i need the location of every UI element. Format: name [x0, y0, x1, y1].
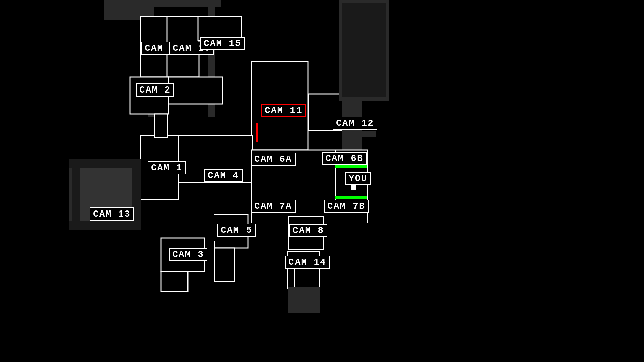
- cam13-label[interactable]: CAM 13: [90, 207, 134, 221]
- svg-rect-40: [335, 196, 367, 199]
- cam2-label[interactable]: CAM 2: [136, 83, 174, 97]
- cam11-label[interactable]: CAM 11: [261, 104, 306, 117]
- cam14-label[interactable]: CAM 14: [285, 256, 330, 269]
- svg-rect-28: [69, 159, 141, 168]
- svg-rect-29: [69, 221, 141, 230]
- svg-rect-36: [215, 248, 235, 282]
- floor-plan: [0, 0, 644, 362]
- svg-rect-41: [256, 123, 258, 142]
- svg-rect-34: [313, 268, 320, 288]
- cam5-label[interactable]: CAM 5: [217, 224, 256, 237]
- svg-rect-15: [342, 131, 376, 137]
- map-container: CAM 9 CAM 10 CAM 15 CAM 2 CAM 11 CAM 12 …: [0, 0, 644, 362]
- cam8-label[interactable]: CAM 8: [289, 224, 327, 237]
- svg-rect-42: [288, 287, 320, 313]
- svg-rect-27: [72, 159, 80, 230]
- cam6a-label[interactable]: CAM 6A: [251, 153, 296, 166]
- svg-rect-38: [342, 3, 386, 97]
- cam12-label[interactable]: CAM 12: [333, 117, 377, 130]
- svg-rect-33: [288, 268, 294, 288]
- cam4-label[interactable]: CAM 4: [204, 169, 243, 182]
- cam6b-label[interactable]: CAM 6B: [322, 152, 367, 165]
- cam7a-label[interactable]: CAM 7A: [251, 200, 296, 213]
- you-dot: [351, 185, 356, 190]
- svg-rect-39: [335, 165, 367, 168]
- cam3-label[interactable]: CAM 3: [169, 248, 207, 261]
- cam1-label[interactable]: CAM 1: [148, 161, 186, 174]
- cam15-label[interactable]: CAM 15: [200, 37, 245, 50]
- you-label: YOU: [345, 172, 371, 185]
- svg-rect-18: [154, 114, 168, 137]
- cam7b-label[interactable]: CAM 7B: [324, 200, 369, 213]
- svg-rect-0: [104, 0, 141, 20]
- svg-rect-35: [161, 272, 188, 292]
- svg-rect-10: [169, 77, 222, 104]
